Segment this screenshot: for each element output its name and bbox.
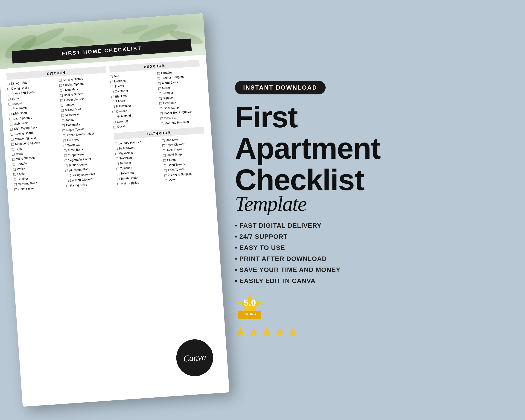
checkbox — [157, 72, 160, 75]
checkbox — [164, 169, 167, 172]
kitchen-section: KITCHEN Dining TableDining ChairsPlates … — [6, 66, 114, 195]
info-panel: INSTANT DOWNLOAD First Apartment Checkli… — [230, 72, 516, 349]
checkbox — [117, 183, 120, 185]
checkbox — [112, 116, 115, 118]
checkbox — [10, 128, 13, 131]
checkbox — [158, 82, 161, 85]
checkbox — [60, 89, 62, 92]
bedroom-col1: BedMattressSheetsComforterBlanketsPillow… — [110, 72, 157, 130]
star-badge: 5.0 RATING — [235, 291, 511, 321]
checkbox — [65, 169, 68, 172]
rating-score: 5.0 — [244, 298, 256, 308]
rating-label: RATING — [244, 312, 256, 316]
checkbox — [64, 149, 66, 152]
checkbox — [159, 107, 162, 110]
checkbox — [60, 99, 63, 102]
checkbox — [63, 134, 66, 137]
checkbox — [11, 138, 14, 141]
feature-item-5: EASILY EDIT IN CANVA — [235, 277, 511, 285]
checkbox — [160, 112, 163, 115]
feature-item-1: 24/7 SUPPORT — [235, 233, 511, 240]
checkbox — [117, 178, 120, 180]
checkbox — [158, 87, 161, 90]
checkbox — [160, 117, 163, 120]
kitchen-col1: Dining TableDining ChairsPlates and Bowl… — [7, 79, 62, 193]
checkbox — [12, 153, 15, 156]
feature-item-2: EASY TO USE — [235, 244, 511, 252]
checkbox — [9, 113, 12, 116]
checkbox — [113, 121, 116, 123]
star-5: ★ — [287, 325, 299, 339]
bathroom-section: BATHROOM Laundry HamperBath TowelsWashcl… — [114, 127, 208, 187]
checkbox — [61, 104, 63, 107]
star-3: ★ — [261, 325, 272, 339]
checkbox — [111, 91, 113, 93]
checkbox — [113, 126, 116, 129]
document-preview: FIRST HOME CHECKLIST KITCHEN Dining Tabl… — [0, 13, 229, 407]
features-list: FAST DIGITAL DELIVERY24/7 SUPPORTEASY TO… — [235, 222, 511, 285]
feature-item-3: PRINT AFTER DOWNLOAD — [235, 255, 511, 262]
checkbox — [116, 163, 119, 165]
checkbox — [9, 118, 12, 121]
bathroom-col2: Hair DryerToilet CleanerToilet PaperHand… — [162, 136, 208, 184]
checkbox — [162, 139, 165, 142]
checkbox — [63, 139, 66, 142]
checkbox — [116, 173, 119, 176]
checkbox — [112, 101, 114, 103]
checkbox — [64, 155, 67, 157]
checkbox — [14, 178, 16, 181]
checkbox — [65, 159, 67, 162]
checkbox — [60, 94, 63, 97]
main-container: FIRST HOME CHECKLIST KITCHEN Dining Tabl… — [9, 14, 516, 406]
checkbox — [61, 114, 64, 117]
checkbox — [10, 133, 13, 136]
checkbox — [13, 168, 16, 171]
checkbox — [61, 109, 64, 112]
star-shape: 5.0 RATING — [235, 291, 265, 321]
checkbox — [164, 174, 167, 177]
instant-download-badge: INSTANT DOWNLOAD — [235, 81, 326, 94]
star-2: ★ — [248, 325, 259, 339]
checkbox — [163, 149, 165, 152]
checkbox — [63, 144, 66, 147]
checkbox — [111, 95, 114, 98]
checkbox — [62, 129, 65, 132]
checkbox — [112, 106, 115, 108]
checkbox — [10, 123, 13, 126]
doc-body: KITCHEN Dining TableDining ChairsPlates … — [0, 55, 215, 199]
checkbox — [116, 168, 119, 170]
checkbox — [165, 179, 167, 182]
checkbox — [65, 164, 68, 167]
stars-row: ★ ★ ★ ★ ★ — [235, 325, 511, 339]
star-1: ★ — [235, 325, 246, 339]
checkbox — [7, 83, 10, 85]
checkbox — [14, 183, 17, 186]
checkbox — [115, 148, 118, 150]
checkbox — [110, 81, 113, 83]
checkbox — [66, 185, 69, 187]
checkbox — [66, 175, 68, 177]
star-4: ★ — [274, 325, 286, 339]
rating-section: 5.0 RATING ★ ★ ★ ★ ★ — [235, 291, 511, 339]
checkbox — [66, 180, 69, 182]
checkbox — [163, 154, 166, 157]
bathroom-col1: Laundry HamperBath TowelsWashclotsTrashc… — [114, 139, 160, 187]
checkbox — [62, 119, 65, 122]
checkbox — [13, 173, 16, 176]
kitchen-col2: Serving DishesServing SpoonsOven MittsBa… — [59, 75, 114, 189]
checkbox — [116, 158, 118, 160]
main-title: First Apartment Checklist Template — [235, 101, 511, 215]
canva-badge: Canva — [175, 338, 214, 377]
checkbox — [8, 98, 11, 100]
checkbox — [159, 92, 161, 95]
checkbox — [164, 164, 167, 167]
bedroom-col2: CurtainsClothes HangersAlarm ClockMirror… — [157, 69, 204, 127]
svg-point-2 — [61, 35, 94, 46]
checkbox — [111, 85, 113, 88]
checkbox — [158, 77, 160, 80]
feature-item-0: FAST DIGITAL DELIVERY — [235, 222, 511, 229]
canva-label: Canva — [183, 352, 206, 364]
checkbox — [159, 97, 162, 100]
checkbox — [12, 158, 15, 161]
checkbox — [62, 124, 65, 127]
